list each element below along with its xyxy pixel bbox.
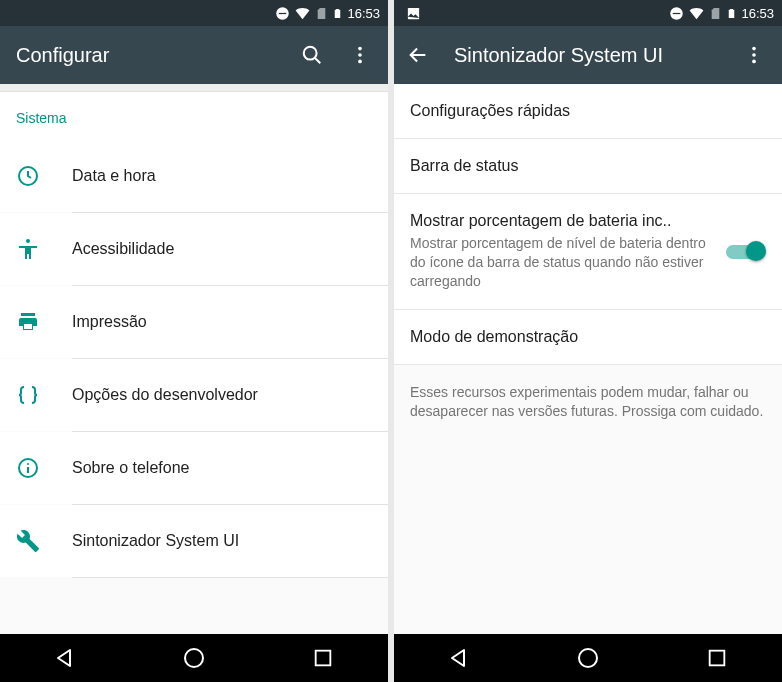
wifi-icon — [688, 6, 705, 21]
pref-quick-settings[interactable]: Configurações rápidas — [394, 84, 782, 139]
back-button[interactable] — [51, 644, 79, 672]
overflow-menu-icon[interactable] — [742, 43, 766, 67]
svg-point-8 — [26, 239, 30, 243]
accessibility-icon — [16, 237, 72, 261]
item-label: Data e hora — [72, 167, 156, 185]
item-system-ui-tuner[interactable]: Sintonizador System UI — [0, 505, 388, 577]
item-label: Impressão — [72, 313, 147, 331]
svg-point-20 — [752, 60, 756, 64]
svg-point-6 — [358, 60, 362, 64]
item-label: Opções do desenvolvedor — [72, 386, 258, 404]
spacer — [0, 84, 388, 92]
svg-point-4 — [358, 47, 362, 51]
app-bar: Configurar — [0, 26, 388, 84]
pref-battery-percent[interactable]: Mostrar porcentagem de bateria inc.. Mos… — [394, 194, 782, 310]
section-header-system: Sistema — [0, 92, 388, 140]
tuner-list: Configurações rápidas Barra de status Mo… — [394, 84, 782, 634]
content-fill — [394, 440, 782, 634]
svg-point-11 — [27, 463, 29, 465]
wifi-icon — [294, 6, 311, 21]
svg-rect-16 — [673, 12, 681, 13]
status-bar: 16:53 — [394, 0, 782, 26]
braces-icon — [16, 383, 72, 407]
home-button[interactable] — [574, 644, 602, 672]
item-about-phone[interactable]: Sobre o telefone — [0, 432, 388, 504]
item-label: Sintonizador System UI — [72, 532, 239, 550]
image-icon — [406, 6, 421, 21]
item-date-time[interactable]: Data e hora — [0, 140, 388, 212]
item-accessibility[interactable]: Acessibilidade — [0, 213, 388, 285]
info-icon — [16, 456, 72, 480]
item-label: Acessibilidade — [72, 240, 174, 258]
svg-point-2 — [304, 47, 317, 60]
settings-list: Sistema Data e hora Acessibilidade Impre… — [0, 84, 388, 634]
sim-icon — [315, 6, 328, 21]
content-fill — [0, 578, 388, 634]
wrench-icon — [16, 529, 72, 553]
clock-icon — [16, 164, 72, 188]
svg-point-5 — [358, 53, 362, 57]
home-button[interactable] — [180, 644, 208, 672]
svg-rect-22 — [710, 651, 725, 666]
status-bar: 16:53 — [0, 0, 388, 26]
clock: 16:53 — [741, 6, 774, 21]
svg-rect-1 — [279, 12, 287, 13]
tuner-screen: 16:53 Sintonizador System UI Configuraçõ… — [394, 0, 782, 682]
back-arrow-icon[interactable] — [406, 43, 430, 67]
svg-point-18 — [752, 47, 756, 51]
pref-title: Mostrar porcentagem de bateria inc.. — [410, 212, 714, 230]
pref-title: Barra de status — [410, 157, 766, 175]
svg-point-12 — [185, 649, 203, 667]
pref-description: Mostrar porcentagem de nível de bateria … — [410, 234, 714, 291]
navigation-bar — [0, 634, 388, 682]
battery-percent-switch[interactable] — [726, 239, 766, 263]
dnd-icon — [275, 6, 290, 21]
pref-status-bar[interactable]: Barra de status — [394, 139, 782, 194]
overflow-menu-icon[interactable] — [348, 43, 372, 67]
app-bar-title: Sintonizador System UI — [454, 44, 718, 67]
back-button[interactable] — [445, 644, 473, 672]
svg-rect-13 — [316, 651, 331, 666]
sim-icon — [709, 6, 722, 21]
clock: 16:53 — [347, 6, 380, 21]
app-bar: Sintonizador System UI — [394, 26, 782, 84]
settings-screen: 16:53 Configurar Sistema Data e hora Ace… — [0, 0, 388, 682]
svg-line-3 — [315, 58, 321, 64]
svg-point-19 — [752, 53, 756, 57]
battery-icon — [332, 6, 343, 21]
dnd-icon — [669, 6, 684, 21]
pref-demo-mode[interactable]: Modo de demonstração — [394, 310, 782, 365]
item-printing[interactable]: Impressão — [0, 286, 388, 358]
experimental-footnote: Esses recursos experimentais podem mudar… — [394, 365, 782, 440]
navigation-bar — [394, 634, 782, 682]
print-icon — [16, 310, 72, 334]
app-bar-title: Configurar — [16, 44, 276, 67]
svg-point-21 — [579, 649, 597, 667]
item-developer-options[interactable]: Opções do desenvolvedor — [0, 359, 388, 431]
battery-icon — [726, 6, 737, 21]
pref-title: Configurações rápidas — [410, 102, 766, 120]
recents-button[interactable] — [703, 644, 731, 672]
search-icon[interactable] — [300, 43, 324, 67]
item-label: Sobre o telefone — [72, 459, 189, 477]
recents-button[interactable] — [309, 644, 337, 672]
pref-title: Modo de demonstração — [410, 328, 766, 346]
